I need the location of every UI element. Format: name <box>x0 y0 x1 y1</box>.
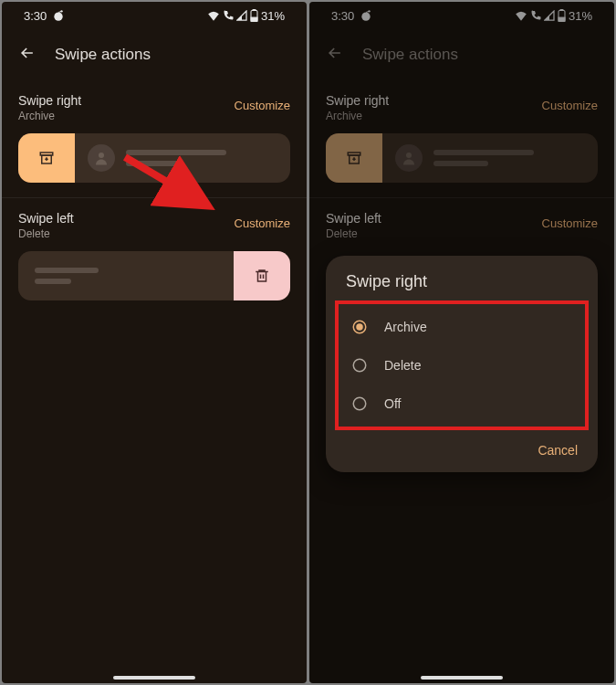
phone-icon <box>530 10 541 21</box>
phone-left: 3:30 31% Swipe actions <box>2 2 307 683</box>
nav-pill[interactable] <box>421 676 503 680</box>
swipe-left-title: Swipe left <box>326 211 381 226</box>
phone-right: 3:30 31% Swipe actions <box>309 2 614 683</box>
swipe-right-preview <box>18 133 290 183</box>
radio-selected-icon <box>351 319 368 335</box>
swipe-left-title: Swipe left <box>18 211 74 226</box>
trash-icon <box>254 268 270 284</box>
status-bar: 3:30 31% <box>2 2 307 29</box>
swipe-left-section: Swipe left Delete Customize <box>309 211 614 240</box>
swipe-right-title: Swipe right <box>326 93 389 108</box>
reddit-icon <box>360 9 372 22</box>
page-title: Swipe actions <box>55 46 151 64</box>
swipe-left-preview <box>18 251 290 300</box>
battery-icon <box>558 9 566 22</box>
swipe-right-action: Archive <box>326 110 389 122</box>
svg-rect-13 <box>560 9 563 10</box>
preview-lines <box>126 150 226 166</box>
app-header: Swipe actions <box>2 29 307 80</box>
app-header: Swipe actions <box>309 29 614 80</box>
archive-icon <box>38 150 55 166</box>
status-battery: 31% <box>569 9 592 23</box>
preview-lines <box>35 268 99 284</box>
back-arrow-icon <box>326 44 344 66</box>
annotation-highlight: Archive Delete Off <box>335 300 589 430</box>
swipe-left-action: Delete <box>18 227 74 240</box>
status-battery: 31% <box>261 9 285 23</box>
swipe-right-dialog: Swipe right Archive Delete Off Cancel <box>326 256 598 472</box>
customize-left-button[interactable]: Customize <box>235 216 290 230</box>
swipe-right-action: Archive <box>18 110 81 122</box>
option-label: Delete <box>384 358 421 373</box>
svg-point-20 <box>353 359 366 372</box>
swipe-left-section: Swipe left Delete Customize <box>2 211 307 300</box>
option-archive[interactable]: Archive <box>339 308 585 346</box>
status-time: 3:30 <box>24 9 47 23</box>
preview-lines <box>433 150 534 166</box>
svg-point-9 <box>99 153 104 158</box>
archive-action-tile <box>326 133 382 183</box>
archive-action-tile <box>18 133 75 183</box>
swipe-left-action: Delete <box>326 227 381 240</box>
customize-right-button: Customize <box>542 99 598 112</box>
back-arrow-icon[interactable] <box>18 44 37 66</box>
option-delete[interactable]: Delete <box>339 346 585 385</box>
wifi-icon <box>207 10 220 21</box>
option-off[interactable]: Off <box>339 385 585 423</box>
customize-left-button: Customize <box>542 216 598 230</box>
swipe-right-preview <box>326 133 598 183</box>
option-label: Off <box>384 396 401 411</box>
svg-point-10 <box>362 13 371 21</box>
archive-icon <box>346 150 362 166</box>
customize-right-button[interactable]: Customize <box>235 99 290 112</box>
phone-icon <box>223 10 234 21</box>
status-bar: 3:30 31% <box>309 2 614 29</box>
swipe-right-title: Swipe right <box>18 93 81 108</box>
radio-unselected-icon <box>351 357 368 374</box>
avatar-icon <box>88 144 115 172</box>
svg-rect-14 <box>559 17 565 21</box>
option-label: Archive <box>384 320 427 334</box>
svg-point-0 <box>55 13 63 21</box>
dialog-title: Swipe right <box>326 272 598 300</box>
page-title: Swipe actions <box>362 46 458 64</box>
signal-icon <box>544 10 555 21</box>
avatar-icon <box>395 144 423 172</box>
svg-rect-4 <box>251 17 257 21</box>
nav-pill[interactable] <box>113 676 195 680</box>
svg-rect-3 <box>253 9 256 10</box>
signal-icon <box>236 10 247 21</box>
cancel-button[interactable]: Cancel <box>538 443 578 458</box>
wifi-icon <box>515 10 527 21</box>
delete-action-tile <box>234 251 290 300</box>
swipe-right-section: Swipe right Archive Customize <box>309 93 614 183</box>
reddit-icon <box>52 9 65 22</box>
radio-unselected-icon <box>351 395 368 412</box>
svg-point-21 <box>353 397 366 410</box>
svg-point-19 <box>356 323 363 331</box>
svg-point-17 <box>406 153 412 158</box>
swipe-right-section: Swipe right Archive Customize <box>2 93 307 183</box>
battery-icon <box>250 9 258 22</box>
status-time: 3:30 <box>331 9 354 23</box>
